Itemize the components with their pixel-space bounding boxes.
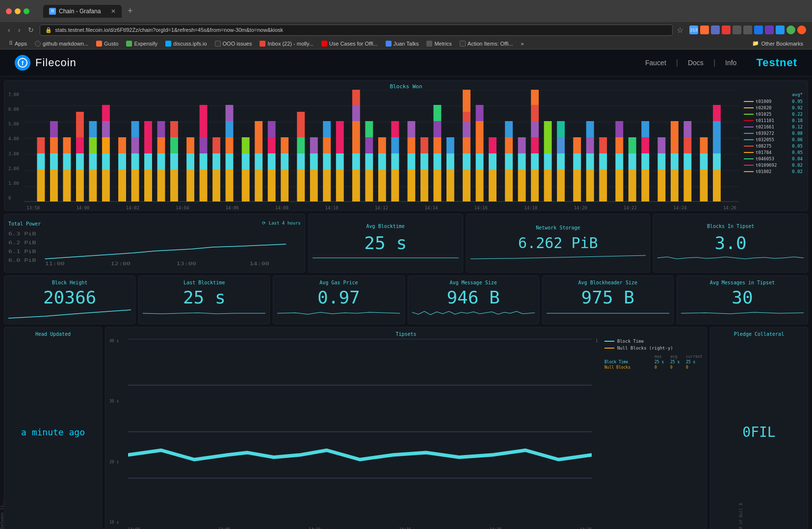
refresh-button[interactable]: ↻ bbox=[26, 24, 36, 36]
new-tab-button[interactable]: + bbox=[124, 4, 137, 18]
browser-chrome: ⛓ Chain - Grafana ✕ + ‹ › ↻ 🔒 stats.test… bbox=[0, 0, 812, 50]
docs-link[interactable]: Docs bbox=[688, 59, 704, 67]
svg-rect-118 bbox=[433, 137, 441, 153]
svg-text:f: f bbox=[22, 60, 24, 67]
lock-icon: 🔒 bbox=[45, 27, 52, 33]
svg-rect-171 bbox=[629, 169, 636, 202]
svg-rect-72 bbox=[268, 169, 276, 202]
bookmark-apps[interactable]: ⠿ Apps bbox=[6, 39, 30, 48]
avg-blocktime-panel: Avg Blocktime 25 s bbox=[308, 214, 463, 273]
svg-rect-164 bbox=[599, 169, 607, 202]
blocks-in-tipset-panel: Blocks In Tipset 3.0 bbox=[653, 214, 808, 273]
bookmark-more[interactable]: » bbox=[518, 40, 527, 48]
action-icon bbox=[460, 41, 466, 47]
tipsets-legend-nullblocks: Null Blocks (right-y) bbox=[604, 346, 703, 351]
title-bar: ⛓ Chain - Grafana ✕ + bbox=[0, 0, 812, 22]
bookmark-action[interactable]: Action Items: Offi... bbox=[457, 40, 516, 48]
ext-icon8[interactable] bbox=[765, 25, 774, 34]
svg-rect-86 bbox=[323, 169, 331, 202]
legend-item: t02020 0.92 bbox=[744, 105, 803, 110]
bookmark-discuss[interactable]: discuss.ipfs.io bbox=[162, 40, 210, 48]
svg-rect-64 bbox=[226, 121, 234, 137]
ext-icon4[interactable] bbox=[722, 25, 731, 34]
bookmark-ooo[interactable]: OOO issues bbox=[212, 40, 255, 48]
bookmark-metrics[interactable]: Metrics bbox=[423, 40, 454, 48]
svg-rect-88 bbox=[323, 137, 331, 153]
ext-icon5[interactable] bbox=[733, 25, 741, 34]
ext-icon6[interactable] bbox=[743, 25, 752, 34]
tipsets-legend-blocktime: Block Time bbox=[604, 339, 703, 344]
ext-icon[interactable]: 213 bbox=[689, 25, 698, 34]
bookmark-expensify[interactable]: Expensify bbox=[123, 40, 160, 48]
svg-rect-46 bbox=[157, 121, 165, 137]
ext-icon2[interactable] bbox=[700, 25, 709, 34]
svg-rect-183 bbox=[671, 121, 679, 153]
svg-rect-128 bbox=[463, 112, 471, 121]
legend-color bbox=[744, 107, 754, 108]
avg-messages-tipset-title: Avg Messages in Tipset bbox=[681, 280, 804, 285]
blocks-in-tipset-value: 3.0 bbox=[715, 233, 747, 253]
svg-rect-142 bbox=[518, 153, 526, 169]
bookmark-juan[interactable]: Juan Talks bbox=[383, 40, 422, 48]
url-bar[interactable]: 🔒 stats.testnet.filecoin.io/d/z6FtI92Zz/… bbox=[40, 25, 673, 36]
minimize-button[interactable] bbox=[15, 8, 21, 14]
active-tab[interactable]: ⛓ Chain - Grafana ✕ bbox=[43, 5, 122, 18]
total-power-header: Total Power ⟳ Last 4 hours bbox=[8, 218, 301, 227]
svg-rect-129 bbox=[463, 90, 471, 112]
avg-blocktime-sparkline bbox=[313, 253, 459, 263]
fullscreen-button[interactable] bbox=[24, 8, 29, 14]
pledge-collateral-title: Pledge Collateral bbox=[734, 331, 784, 337]
svg-rect-31 bbox=[102, 121, 110, 137]
avg-message-size-sparkline bbox=[412, 307, 535, 320]
forward-button[interactable]: › bbox=[16, 24, 23, 36]
svg-rect-167 bbox=[615, 169, 623, 202]
block-height-value: 20366 bbox=[8, 287, 131, 307]
svg-rect-116 bbox=[433, 169, 441, 202]
ext-icon7[interactable] bbox=[754, 25, 763, 34]
svg-rect-61 bbox=[226, 169, 234, 202]
svg-rect-117 bbox=[433, 153, 441, 169]
bookmark-github[interactable]: github markdown... bbox=[32, 40, 91, 48]
bar-chart-svg bbox=[24, 90, 739, 202]
svg-rect-41 bbox=[144, 153, 152, 169]
ext-avatar[interactable] bbox=[786, 25, 795, 34]
bookmark-inbox[interactable]: Inbox (22) - molly... bbox=[257, 40, 316, 48]
svg-rect-99 bbox=[365, 153, 373, 169]
back-button[interactable]: ‹ bbox=[6, 24, 12, 36]
svg-rect-40 bbox=[144, 169, 152, 202]
head-updated-value: a minute ago bbox=[21, 427, 85, 437]
folder-icon: 📁 bbox=[752, 40, 759, 47]
legend-color bbox=[744, 146, 754, 147]
blocks-won-panel: Blocks Won 7.00 6.00 5.00 4.00 3.00 2.00… bbox=[4, 80, 808, 211]
svg-rect-152 bbox=[544, 121, 552, 153]
svg-rect-192 bbox=[713, 153, 721, 169]
bookmark-other-bookmarks[interactable]: 📁 Other Bookmarks bbox=[749, 39, 806, 48]
svg-rect-149 bbox=[531, 90, 539, 105]
svg-rect-145 bbox=[531, 153, 539, 169]
ext-avatar2[interactable] bbox=[797, 25, 806, 34]
svg-rect-63 bbox=[226, 137, 234, 153]
svg-rect-127 bbox=[463, 121, 471, 137]
bookmark-youtube[interactable]: Use Cases for Offl... bbox=[318, 40, 381, 48]
tipsets-table-row2: Null Blocks 0 0 0 bbox=[604, 365, 703, 370]
ext-icon9[interactable] bbox=[776, 25, 785, 34]
svg-rect-44 bbox=[157, 153, 165, 169]
y-axis: 7.00 6.00 5.00 4.00 3.00 2.00 1.00 0 bbox=[4, 90, 24, 210]
last-blocktime-value: 25 s bbox=[143, 287, 265, 307]
svg-rect-107 bbox=[391, 137, 399, 153]
svg-rect-158 bbox=[573, 153, 581, 169]
svg-rect-35 bbox=[118, 137, 126, 153]
svg-rect-93 bbox=[352, 169, 360, 202]
svg-rect-15 bbox=[50, 137, 58, 153]
bookmark-gusto[interactable]: Gusto bbox=[93, 40, 121, 48]
tab-close-button[interactable]: ✕ bbox=[111, 8, 116, 15]
bar-chart-area: 13:5814:0014:0214:0414:06 14:0814:1014:1… bbox=[24, 90, 739, 210]
close-button[interactable] bbox=[6, 8, 12, 14]
faucet-link[interactable]: Faucet bbox=[645, 59, 666, 67]
info-link[interactable]: Info bbox=[725, 59, 736, 67]
ext-icon3[interactable] bbox=[711, 25, 720, 34]
bookmark-star[interactable]: ☆ bbox=[677, 25, 683, 35]
svg-rect-51 bbox=[186, 169, 194, 202]
svg-rect-67 bbox=[242, 153, 250, 169]
tipsets-table: max avg current Block Time 25 s 25 s 25 … bbox=[604, 354, 703, 370]
